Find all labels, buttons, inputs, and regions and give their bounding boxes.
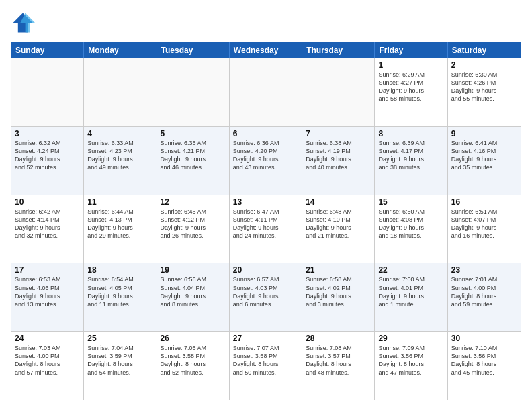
day-info: Sunrise: 6:35 AM Sunset: 4:21 PM Dayligh… [161, 139, 226, 172]
cal-cell-r2-c1: 11Sunrise: 6:44 AM Sunset: 4:13 PM Dayli… [84, 195, 157, 263]
day-number: 6 [233, 129, 298, 138]
day-number: 4 [87, 129, 152, 138]
day-info: Sunrise: 7:10 AM Sunset: 3:56 PM Dayligh… [451, 344, 517, 377]
header-day-thursday: Thursday [302, 42, 375, 58]
cal-cell-r4-c3: 27Sunrise: 7:07 AM Sunset: 3:58 PM Dayli… [230, 332, 302, 400]
day-number: 22 [378, 265, 443, 275]
calendar: SundayMondayTuesdayWednesdayThursdayFrid… [11, 42, 521, 400]
day-info: Sunrise: 6:57 AM Sunset: 4:03 PM Dayligh… [233, 275, 298, 308]
calendar-row-3: 10Sunrise: 6:42 AM Sunset: 4:14 PM Dayli… [11, 195, 521, 264]
cal-cell-r3-c3: 20Sunrise: 6:57 AM Sunset: 4:03 PM Dayli… [230, 263, 302, 331]
cal-cell-r4-c0: 24Sunrise: 7:03 AM Sunset: 4:00 PM Dayli… [11, 332, 84, 400]
day-number: 19 [161, 265, 226, 275]
day-number: 7 [306, 129, 371, 138]
day-info: Sunrise: 6:42 AM Sunset: 4:14 PM Dayligh… [15, 208, 80, 240]
cal-cell-r4-c4: 28Sunrise: 7:08 AM Sunset: 3:57 PM Dayli… [302, 332, 375, 400]
cal-cell-r1-c4: 7Sunrise: 6:38 AM Sunset: 4:19 PM Daylig… [302, 127, 375, 195]
calendar-row-5: 24Sunrise: 7:03 AM Sunset: 4:00 PM Dayli… [11, 332, 521, 400]
cal-cell-r0-c0 [11, 58, 84, 126]
cal-cell-r0-c4 [302, 58, 375, 126]
cal-cell-r2-c6: 16Sunrise: 6:51 AM Sunset: 4:07 PM Dayli… [448, 195, 521, 263]
day-number: 8 [378, 129, 443, 138]
day-info: Sunrise: 7:08 AM Sunset: 3:57 PM Dayligh… [306, 344, 371, 377]
day-info: Sunrise: 7:04 AM Sunset: 3:59 PM Dayligh… [87, 344, 152, 377]
header-day-friday: Friday [375, 42, 447, 58]
header [11, 11, 521, 35]
cal-cell-r1-c0: 3Sunrise: 6:32 AM Sunset: 4:24 PM Daylig… [11, 127, 84, 195]
cal-cell-r0-c1 [84, 58, 157, 126]
day-number: 16 [451, 197, 517, 207]
cal-cell-r2-c5: 15Sunrise: 6:50 AM Sunset: 4:08 PM Dayli… [375, 195, 447, 263]
day-info: Sunrise: 6:36 AM Sunset: 4:20 PM Dayligh… [233, 139, 298, 172]
day-info: Sunrise: 6:41 AM Sunset: 4:16 PM Dayligh… [451, 139, 517, 172]
day-info: Sunrise: 6:44 AM Sunset: 4:13 PM Dayligh… [87, 208, 152, 240]
day-info: Sunrise: 7:09 AM Sunset: 3:56 PM Dayligh… [378, 344, 443, 377]
cal-cell-r1-c1: 4Sunrise: 6:33 AM Sunset: 4:23 PM Daylig… [84, 127, 157, 195]
cal-cell-r1-c6: 9Sunrise: 6:41 AM Sunset: 4:16 PM Daylig… [448, 127, 521, 195]
day-info: Sunrise: 7:05 AM Sunset: 3:58 PM Dayligh… [161, 344, 226, 377]
day-info: Sunrise: 6:39 AM Sunset: 4:17 PM Dayligh… [378, 139, 443, 172]
cal-cell-r3-c0: 17Sunrise: 6:53 AM Sunset: 4:06 PM Dayli… [11, 263, 84, 331]
day-info: Sunrise: 6:33 AM Sunset: 4:23 PM Dayligh… [87, 139, 152, 172]
day-number: 25 [87, 334, 152, 343]
day-number: 27 [233, 334, 298, 343]
day-number: 12 [161, 197, 226, 207]
cal-cell-r0-c5: 1Sunrise: 6:29 AM Sunset: 4:27 PM Daylig… [375, 58, 447, 126]
day-number: 11 [87, 197, 152, 207]
day-info: Sunrise: 6:30 AM Sunset: 4:26 PM Dayligh… [451, 71, 517, 103]
cal-cell-r3-c6: 23Sunrise: 7:01 AM Sunset: 4:00 PM Dayli… [448, 263, 521, 331]
calendar-row-2: 3Sunrise: 6:32 AM Sunset: 4:24 PM Daylig… [11, 127, 521, 195]
day-info: Sunrise: 6:53 AM Sunset: 4:06 PM Dayligh… [15, 275, 80, 308]
cal-cell-r1-c3: 6Sunrise: 6:36 AM Sunset: 4:20 PM Daylig… [230, 127, 302, 195]
calendar-row-1: 1Sunrise: 6:29 AM Sunset: 4:27 PM Daylig… [11, 58, 521, 127]
day-number: 29 [378, 334, 443, 343]
day-info: Sunrise: 6:58 AM Sunset: 4:02 PM Dayligh… [306, 275, 371, 308]
cal-cell-r3-c4: 21Sunrise: 6:58 AM Sunset: 4:02 PM Dayli… [302, 263, 375, 331]
day-info: Sunrise: 6:56 AM Sunset: 4:04 PM Dayligh… [161, 275, 226, 308]
cal-cell-r0-c2 [157, 58, 230, 126]
header-day-monday: Monday [84, 42, 157, 58]
cal-cell-r4-c2: 26Sunrise: 7:05 AM Sunset: 3:58 PM Dayli… [157, 332, 230, 400]
cal-cell-r4-c5: 29Sunrise: 7:09 AM Sunset: 3:56 PM Dayli… [375, 332, 447, 400]
cal-cell-r0-c6: 2Sunrise: 6:30 AM Sunset: 4:26 PM Daylig… [448, 58, 521, 126]
day-number: 23 [451, 265, 517, 275]
day-info: Sunrise: 7:03 AM Sunset: 4:00 PM Dayligh… [15, 344, 80, 377]
day-number: 1 [378, 60, 443, 70]
day-info: Sunrise: 7:00 AM Sunset: 4:01 PM Dayligh… [378, 275, 443, 308]
logo [11, 11, 38, 35]
cal-cell-r0-c3 [230, 58, 302, 126]
cal-cell-r1-c2: 5Sunrise: 6:35 AM Sunset: 4:21 PM Daylig… [157, 127, 230, 195]
day-number: 24 [15, 334, 80, 343]
day-number: 5 [161, 129, 226, 138]
page: SundayMondayTuesdayWednesdayThursdayFrid… [0, 0, 532, 411]
day-info: Sunrise: 6:50 AM Sunset: 4:08 PM Dayligh… [378, 208, 443, 240]
header-day-saturday: Saturday [448, 42, 521, 58]
day-number: 15 [378, 197, 443, 207]
header-day-sunday: Sunday [11, 42, 84, 58]
day-number: 26 [161, 334, 226, 343]
cal-cell-r4-c1: 25Sunrise: 7:04 AM Sunset: 3:59 PM Dayli… [84, 332, 157, 400]
logo-icon [11, 11, 35, 35]
day-info: Sunrise: 6:51 AM Sunset: 4:07 PM Dayligh… [451, 208, 517, 240]
calendar-row-4: 17Sunrise: 6:53 AM Sunset: 4:06 PM Dayli… [11, 263, 521, 332]
header-day-wednesday: Wednesday [230, 42, 302, 58]
cal-cell-r3-c5: 22Sunrise: 7:00 AM Sunset: 4:01 PM Dayli… [375, 263, 447, 331]
day-info: Sunrise: 7:01 AM Sunset: 4:00 PM Dayligh… [451, 275, 517, 308]
day-info: Sunrise: 6:54 AM Sunset: 4:05 PM Dayligh… [87, 275, 152, 308]
day-number: 18 [87, 265, 152, 275]
cal-cell-r4-c6: 30Sunrise: 7:10 AM Sunset: 3:56 PM Dayli… [448, 332, 521, 400]
day-info: Sunrise: 6:48 AM Sunset: 4:10 PM Dayligh… [306, 208, 371, 240]
day-number: 9 [451, 129, 517, 138]
calendar-header: SundayMondayTuesdayWednesdayThursdayFrid… [11, 42, 521, 58]
day-number: 13 [233, 197, 298, 207]
header-day-tuesday: Tuesday [157, 42, 230, 58]
day-number: 14 [306, 197, 371, 207]
day-info: Sunrise: 6:38 AM Sunset: 4:19 PM Dayligh… [306, 139, 371, 172]
day-number: 3 [15, 129, 80, 138]
day-info: Sunrise: 6:29 AM Sunset: 4:27 PM Dayligh… [378, 71, 443, 103]
cal-cell-r1-c5: 8Sunrise: 6:39 AM Sunset: 4:17 PM Daylig… [375, 127, 447, 195]
cal-cell-r3-c1: 18Sunrise: 6:54 AM Sunset: 4:05 PM Dayli… [84, 263, 157, 331]
day-info: Sunrise: 7:07 AM Sunset: 3:58 PM Dayligh… [233, 344, 298, 377]
cal-cell-r3-c2: 19Sunrise: 6:56 AM Sunset: 4:04 PM Dayli… [157, 263, 230, 331]
cal-cell-r2-c3: 13Sunrise: 6:47 AM Sunset: 4:11 PM Dayli… [230, 195, 302, 263]
